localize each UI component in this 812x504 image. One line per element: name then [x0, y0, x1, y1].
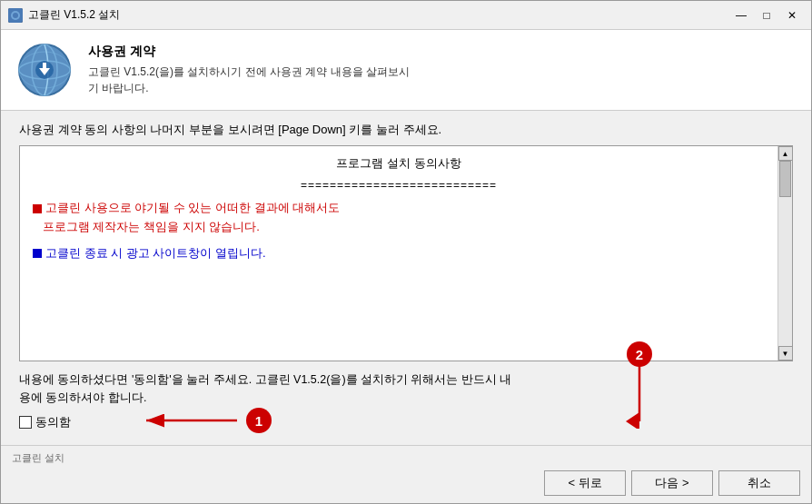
- content-area: 사용권 계약 동의 사항의 나머지 부분을 보시려면 [Page Down] 키…: [1, 111, 811, 445]
- installer-window: 고클린 V1.5.2 설치 — □ ✕ 사용권 계약 고클린 V1: [0, 0, 812, 504]
- arrow-1: [137, 407, 246, 434]
- next-button[interactable]: 다음 >: [631, 470, 713, 496]
- footer-label: 고클린 설치: [12, 451, 800, 465]
- arrow-2: [626, 365, 653, 429]
- annotation-circle-1: 1: [246, 408, 272, 433]
- agree-section: 동의함 1 2: [19, 414, 793, 434]
- scroll-down-button[interactable]: ▼: [778, 346, 793, 361]
- minimize-button[interactable]: —: [729, 5, 753, 25]
- info-dot: [33, 249, 42, 258]
- footer-buttons: < 뒤로 다음 > 취소: [12, 470, 800, 496]
- annotation-1: 1: [137, 407, 272, 434]
- license-content: 프로그램 설치 동의사항 ===========================…: [20, 146, 777, 361]
- header-title: 사용권 계약: [88, 44, 410, 60]
- instruction-text: 사용권 계약 동의 사항의 나머지 부분을 보시려면 [Page Down] 키…: [19, 122, 793, 138]
- license-box: 프로그램 설치 동의사항 ===========================…: [19, 145, 793, 361]
- license-warning: 고클린 사용으로 야기될 수 있는 어떠한 결과에 대해서도 프로그램 제작자는…: [33, 199, 765, 237]
- title-bar-text: 고클린 V1.5.2 설치: [28, 7, 729, 23]
- back-button[interactable]: < 뒤로: [544, 470, 626, 496]
- cancel-button[interactable]: 취소: [718, 470, 800, 496]
- header-text: 사용권 계약 고클린 V1.5.2(을)를 설치하시기 전에 사용권 계약 내용…: [88, 44, 410, 96]
- title-bar: 고클린 V1.5.2 설치 — □ ✕: [1, 1, 811, 30]
- license-divider: ===========================: [33, 179, 765, 192]
- svg-point-2: [13, 13, 18, 18]
- license-title: 프로그램 설치 동의사항: [33, 155, 765, 172]
- close-button[interactable]: ✕: [780, 5, 804, 25]
- agree-row: 동의함: [19, 414, 793, 430]
- window-icon: [8, 8, 23, 23]
- scroll-up-button[interactable]: ▲: [778, 146, 793, 161]
- annotation-2: 2: [627, 341, 652, 367]
- scroll-track: [778, 161, 792, 346]
- scroll-thumb[interactable]: [779, 161, 791, 197]
- footer: 고클린 설치 < 뒤로 다음 > 취소: [1, 445, 811, 503]
- scrollbar[interactable]: ▲ ▼: [777, 146, 792, 361]
- annotation-circle-2: 2: [627, 341, 652, 367]
- warning-dot: [33, 204, 42, 213]
- agree-checkbox[interactable]: [19, 416, 32, 429]
- license-info: 고클린 종료 시 광고 사이트창이 열립니다.: [33, 244, 765, 263]
- header-subtitle: 고클린 V1.5.2(을)를 설치하시기 전에 사용권 계약 내용을 살펴보시기…: [88, 64, 410, 96]
- maximize-button[interactable]: □: [755, 5, 778, 25]
- title-bar-controls: — □ ✕: [729, 5, 804, 25]
- header-icon: [15, 41, 74, 99]
- agree-label: 동의함: [35, 414, 71, 430]
- header-section: 사용권 계약 고클린 V1.5.2(을)를 설치하시기 전에 사용권 계약 내용…: [1, 30, 811, 111]
- bottom-text: 내용에 동의하셨다면 '동의함'을 눌러 주세요. 고클린 V1.5.2(을)를…: [19, 371, 793, 407]
- svg-rect-9: [43, 63, 46, 70]
